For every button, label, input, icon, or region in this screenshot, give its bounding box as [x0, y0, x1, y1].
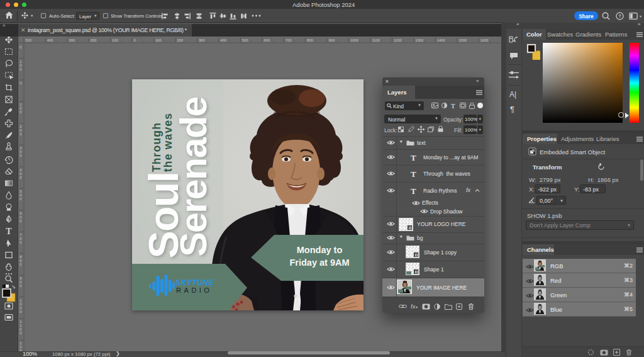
svg-text:0: 0: [19, 284, 21, 288]
svg-text:700: 700: [286, 38, 292, 42]
svg-text:0: 0: [19, 154, 21, 157]
svg-text:200: 200: [91, 38, 97, 42]
svg-text:900: 900: [329, 38, 335, 42]
svg-text:300: 300: [199, 38, 205, 42]
svg-text:1200: 1200: [394, 38, 402, 42]
svg-text:0: 0: [19, 81, 21, 85]
svg-text:800: 800: [307, 38, 313, 42]
svg-text:0: 0: [19, 110, 21, 114]
svg-text:1000: 1000: [350, 38, 358, 42]
svg-text:300: 300: [69, 38, 75, 42]
svg-text:0: 0: [19, 219, 21, 223]
svg-text:0: 0: [19, 241, 21, 244]
svg-text:500: 500: [25, 38, 31, 42]
svg-text:400: 400: [220, 38, 226, 42]
svg-text:1300: 1300: [415, 38, 423, 42]
svg-text:0: 0: [134, 38, 136, 42]
svg-text:0: 0: [19, 67, 21, 71]
svg-text:0: 0: [19, 176, 21, 179]
svg-text:1600: 1600: [480, 38, 489, 42]
svg-text:0: 0: [19, 331, 21, 335]
svg-text:100: 100: [112, 38, 118, 42]
svg-text:1100: 1100: [372, 38, 380, 42]
svg-text:0: 0: [19, 197, 21, 201]
svg-text:200: 200: [177, 38, 183, 42]
svg-text:0: 0: [19, 45, 21, 49]
svg-text:1500: 1500: [458, 38, 467, 42]
svg-text:100: 100: [155, 38, 162, 42]
svg-text:T: T: [6, 227, 12, 236]
svg-text:400: 400: [47, 38, 53, 42]
svg-text:0: 0: [19, 132, 21, 136]
svg-text:500: 500: [242, 38, 248, 42]
svg-text:0: 0: [19, 310, 21, 314]
svg-text:0: 0: [19, 263, 21, 266]
svg-text:?: ?: [618, 13, 621, 19]
svg-text:600: 600: [264, 38, 270, 42]
svg-text:1400: 1400: [437, 38, 445, 42]
